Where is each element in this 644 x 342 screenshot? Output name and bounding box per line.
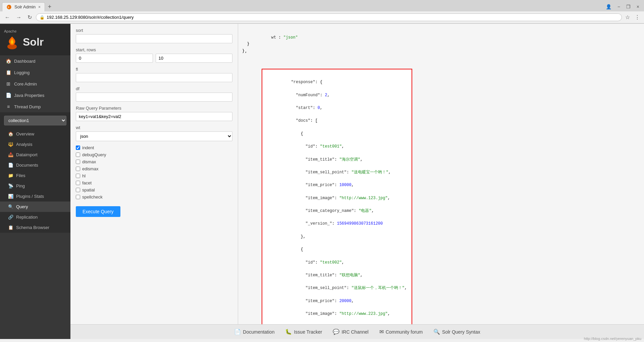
dismax-checkbox[interactable] bbox=[76, 160, 80, 164]
forward-button[interactable]: → bbox=[14, 14, 23, 21]
sidebar-sub-item-files[interactable]: 📁 Files bbox=[0, 170, 70, 181]
sidebar-logo: Apache Solr bbox=[0, 24, 70, 55]
community-forum-link[interactable]: ✉ Community forum bbox=[379, 329, 423, 335]
spatial-label: spatial bbox=[82, 187, 95, 192]
svg-text:S: S bbox=[8, 6, 9, 8]
solr-flame-icon bbox=[4, 34, 20, 50]
collection-select[interactable]: collection1 bbox=[4, 116, 66, 125]
fl-input[interactable] bbox=[76, 73, 232, 82]
solr-tab-icon: S bbox=[6, 4, 12, 10]
facet-checkbox[interactable] bbox=[76, 181, 80, 185]
result-panel: wt : "json" } }, "response": { "numFound… bbox=[238, 24, 644, 324]
menu-button[interactable]: ⋮ bbox=[633, 13, 641, 21]
hl-checkbox[interactable] bbox=[76, 174, 80, 178]
raw-query-group: Raw Query Parameters bbox=[76, 106, 232, 121]
watermark: http://blog.csdn.net/yerenyuan_pku bbox=[584, 337, 641, 339]
sidebar-item-thread-dump[interactable]: ≡ Thread Dump bbox=[0, 101, 70, 112]
logging-icon: 📋 bbox=[5, 70, 11, 75]
sidebar-sub-label: Overview bbox=[16, 131, 34, 136]
refresh-button[interactable]: ↻ bbox=[25, 13, 34, 21]
sidebar-sub-item-schema[interactable]: 📋 Schema Browser bbox=[0, 222, 70, 233]
sidebar-item-label: Java Properties bbox=[14, 93, 44, 98]
bookmark-button[interactable]: ☆ bbox=[624, 13, 631, 21]
df-group: df bbox=[76, 86, 232, 102]
back-button[interactable]: ← bbox=[3, 14, 12, 21]
forum-label: Community forum bbox=[386, 329, 423, 335]
url-input[interactable] bbox=[47, 15, 618, 20]
solr-syntax-link[interactable]: 🔍 Solr Query Syntax bbox=[433, 329, 480, 335]
app-layout: Apache Solr 🏠 Dashboard 📋 Logging bbox=[0, 24, 644, 339]
sidebar-sub-item-ping[interactable]: 📡 Ping bbox=[0, 181, 70, 191]
fl-group: fl bbox=[76, 67, 232, 82]
start-rows-row bbox=[76, 54, 232, 63]
overview-icon: 🏠 bbox=[8, 131, 13, 136]
start-input[interactable] bbox=[76, 54, 153, 63]
restore-button[interactable]: ❐ bbox=[624, 3, 633, 10]
hl-label: hl bbox=[82, 173, 86, 178]
sidebar-sub-items: 🏠 Overview 🔱 Analysis 📥 Dataimport 📄 Doc… bbox=[0, 129, 70, 233]
collection-select-wrap: collection1 bbox=[0, 112, 70, 129]
profile-button[interactable]: 👤 bbox=[603, 3, 614, 10]
df-input[interactable] bbox=[76, 93, 232, 102]
sidebar-sub-label: Ping bbox=[16, 183, 25, 188]
raw-query-label: Raw Query Parameters bbox=[76, 106, 232, 111]
spellcheck-checkbox[interactable] bbox=[76, 195, 80, 199]
schema-icon: 📋 bbox=[8, 225, 13, 230]
hl-checkbox-group: hl bbox=[76, 173, 232, 178]
window-controls: 👤 − ❐ × bbox=[603, 3, 642, 10]
rows-input[interactable] bbox=[156, 54, 233, 63]
sidebar-item-dashboard[interactable]: 🏠 Dashboard bbox=[0, 55, 70, 67]
raw-query-input[interactable] bbox=[76, 112, 232, 121]
tab-close-button[interactable]: × bbox=[38, 5, 41, 9]
dismax-label: dismax bbox=[82, 159, 96, 164]
sort-label: sort bbox=[76, 28, 232, 33]
form-panel: sort start, rows fl df bbox=[70, 24, 238, 324]
sidebar-sub-item-plugins[interactable]: 📊 Plugins / Stats bbox=[0, 191, 70, 202]
sidebar-item-label: Thread Dump bbox=[14, 104, 41, 109]
sidebar-sub-item-query[interactable]: 🔍 Query bbox=[0, 202, 70, 212]
sidebar-sub-label: Files bbox=[16, 173, 25, 178]
start-rows-label: start, rows bbox=[76, 47, 232, 52]
issue-icon: 🐛 bbox=[285, 329, 292, 335]
debugquery-checkbox[interactable] bbox=[76, 153, 80, 157]
logo-solr-text: Solr bbox=[23, 36, 44, 48]
sort-input[interactable] bbox=[76, 34, 232, 43]
query-icon: 🔍 bbox=[8, 204, 13, 209]
dataimport-icon: 📥 bbox=[8, 152, 13, 157]
spatial-checkbox[interactable] bbox=[76, 188, 80, 192]
sidebar-sub-label: Analysis bbox=[16, 142, 32, 147]
minimize-button[interactable]: − bbox=[615, 3, 623, 10]
doc-icon: 📄 bbox=[234, 329, 241, 335]
documentation-link[interactable]: 📄 Documentation bbox=[234, 329, 274, 335]
indent-checkbox[interactable] bbox=[76, 146, 80, 150]
close-button[interactable]: × bbox=[634, 3, 642, 10]
execute-query-button[interactable]: Execute Query bbox=[76, 206, 120, 217]
edismax-checkbox[interactable] bbox=[76, 167, 80, 171]
sidebar-item-java-properties[interactable]: 📄 Java Properties bbox=[0, 90, 70, 101]
sidebar: Apache Solr 🏠 Dashboard 📋 Logging bbox=[0, 24, 70, 339]
checkboxes-group: indent debugQuery dismax edismax bbox=[76, 145, 232, 199]
sidebar-item-core-admin[interactable]: ⊞ Core Admin bbox=[0, 78, 70, 90]
documents-icon: 📄 bbox=[8, 163, 13, 168]
sidebar-item-logging[interactable]: 📋 Logging bbox=[0, 67, 70, 78]
sidebar-sub-item-analysis[interactable]: 🔱 Analysis bbox=[0, 139, 70, 150]
syntax-label: Solr Query Syntax bbox=[442, 329, 480, 335]
sidebar-item-label: Dashboard bbox=[14, 59, 36, 64]
sidebar-sub-item-replication[interactable]: 🔗 Replication bbox=[0, 212, 70, 222]
json-response-box: "response": { "numFound": 2, "start": 0,… bbox=[262, 69, 413, 324]
new-tab-button[interactable]: + bbox=[45, 2, 54, 11]
sidebar-sub-item-dataimport[interactable]: 📥 Dataimport bbox=[0, 150, 70, 160]
plugins-icon: 📊 bbox=[8, 194, 13, 199]
browser-tab[interactable]: S Solr Admin × bbox=[2, 2, 45, 11]
sidebar-sub-label: Documents bbox=[16, 163, 38, 168]
spellcheck-label: spellcheck bbox=[82, 194, 103, 199]
sidebar-item-label: Core Admin bbox=[14, 81, 37, 87]
issue-tracker-link[interactable]: 🐛 Issue Tracker bbox=[285, 329, 322, 335]
sort-group: sort bbox=[76, 28, 232, 43]
syntax-icon: 🔍 bbox=[433, 329, 440, 335]
irc-channel-link[interactable]: 💬 IRC Channel bbox=[333, 329, 368, 335]
sidebar-item-label: Logging bbox=[14, 70, 30, 75]
sidebar-sub-item-documents[interactable]: 📄 Documents bbox=[0, 160, 70, 170]
wt-select[interactable]: json xml csv python bbox=[76, 131, 232, 141]
sidebar-sub-item-overview[interactable]: 🏠 Overview bbox=[0, 129, 70, 139]
